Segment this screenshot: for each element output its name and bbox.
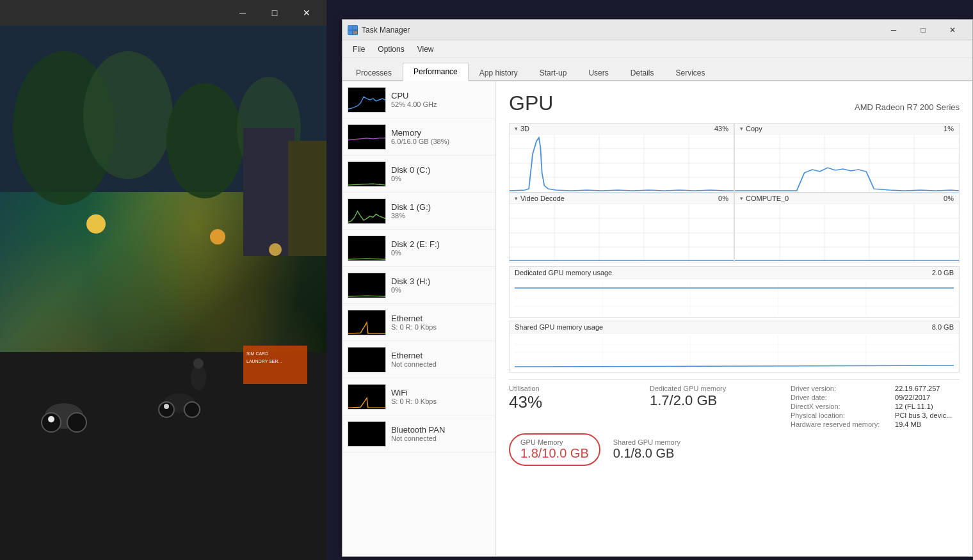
wifi-info: WiFi S: 0 R: 0 Kbps [391, 388, 490, 405]
menu-file[interactable]: File [348, 44, 370, 55]
svg-point-13 [67, 413, 86, 432]
tab-app-history[interactable]: App history [469, 64, 529, 81]
disk2-info: Disk 2 (E: F:) 0% [391, 239, 490, 257]
chart-compute0-label: ▾ COMPUTE_0 [740, 195, 789, 202]
cpu-name: CPU [391, 91, 490, 100]
chart-copy-pct: 1% [944, 125, 954, 132]
tm-minimize-button[interactable]: ─ [879, 20, 908, 40]
disk2-detail: 0% [391, 249, 490, 257]
svg-rect-6 [288, 141, 326, 256]
bluetooth-detail: Not connected [391, 435, 490, 442]
hw-reserved-label: Hardware reserved memory: [791, 420, 887, 428]
driver-date-label: Driver date: [791, 394, 887, 401]
chart-video-decode-header: ▾ Video Decode 0% [510, 193, 734, 204]
shared-memory-section: Shared GPU memory usage 8.0 GB [509, 321, 960, 372]
photo-window: ─ □ ✕ SIM CARD LAUNDRY SER... [0, 0, 326, 560]
chart-compute0-body [735, 204, 959, 262]
shared-memory-bar-area [510, 333, 959, 372]
tm-close-button[interactable]: ✕ [938, 20, 967, 40]
sidebar-item-disk2[interactable]: Disk 2 (E: F:) 0% [342, 230, 495, 267]
stats-footer: Utilisation 43% Dedicated GPU memory 1.7… [509, 379, 960, 428]
stat-utilisation: Utilisation 43% [509, 385, 650, 428]
svg-text:SIM CARD: SIM CARD [246, 351, 268, 356]
shared-memory-label: Shared GPU memory usage [515, 323, 603, 331]
physical-location-value: PCI bus 3, devic... [895, 412, 960, 419]
chevron-compute: ▾ [740, 195, 743, 202]
svg-rect-24 [348, 26, 352, 29]
chevron-3d: ▾ [515, 125, 518, 132]
sidebar-item-memory[interactable]: Memory 6.0/16.0 GB (38%) [342, 118, 495, 156]
svg-point-17 [48, 416, 54, 422]
tab-details[interactable]: Details [620, 64, 665, 81]
tabs-bar: Processes Performance App history Start-… [342, 58, 972, 81]
sidebar-item-bluetooth[interactable]: Bluetooth PAN Not connected [342, 415, 495, 452]
hw-reserved-value: 19.4 MB [895, 420, 960, 428]
photo-close-button[interactable]: ✕ [292, 3, 321, 23]
disk0-info: Disk 0 (C:) 0% [391, 165, 490, 182]
tab-performance[interactable]: Performance [403, 63, 469, 81]
sidebar-item-ethernet[interactable]: Ethernet S: 0 R: 0 Kbps [342, 304, 495, 341]
menu-options[interactable]: Options [373, 44, 409, 55]
tm-maximize-button[interactable]: □ [908, 20, 938, 40]
photo-minimize-button[interactable]: ─ [228, 3, 257, 23]
resource-sidebar: CPU 52% 4.00 GHz Memory 6.0/16.0 GB (38%… [342, 81, 496, 556]
svg-text:LAUNDRY SER...: LAUNDRY SER... [246, 359, 282, 364]
ethernet2-mini-graph [348, 347, 386, 372]
chart-3d-body [510, 134, 734, 192]
photo-maximize-button[interactable]: □ [260, 3, 289, 23]
chart-3d-pct: 43% [714, 125, 728, 132]
disk1-info: Disk 1 (G:) 38% [391, 202, 490, 220]
driver-version-value: 22.19.677.257 [895, 385, 960, 392]
menu-view[interactable]: View [412, 44, 439, 55]
disk2-mini-graph [348, 236, 386, 261]
dedicated-memory-bar-area [510, 279, 959, 317]
stat-driver-info: Driver version: 22.19.677.257 Driver dat… [791, 385, 960, 428]
tab-services[interactable]: Services [664, 64, 716, 81]
gpu-charts-grid: ▾ 3D 43% [509, 123, 960, 262]
svg-rect-26 [348, 31, 352, 35]
directx-value: 12 (FL 11.1) [895, 403, 960, 410]
sidebar-item-disk1[interactable]: Disk 1 (G:) 38% [342, 193, 495, 230]
svg-point-3 [166, 83, 243, 198]
window-title: Task Manager [362, 26, 879, 35]
chart-copy-label: ▾ Copy [740, 125, 762, 132]
dedicated-mem-value: 1.7/2.0 GB [650, 392, 791, 409]
svg-rect-5 [243, 128, 294, 256]
svg-rect-25 [353, 26, 357, 29]
shared-memory-header: Shared GPU memory usage 8.0 GB [510, 321, 959, 333]
sidebar-item-disk0[interactable]: Disk 0 (C:) 0% [342, 156, 495, 193]
memory-name: Memory [391, 128, 490, 138]
chart-video-decode: ▾ Video Decode 0% [509, 193, 734, 262]
gpu-memory-label: GPU Memory [520, 438, 589, 446]
shared-mem-stat-value: 0.1/8.0 GB [613, 446, 680, 461]
disk3-info: Disk 3 (H:) 0% [391, 276, 490, 294]
ethernet-name: Ethernet [391, 314, 490, 323]
cpu-info: CPU 52% 4.00 GHz [391, 91, 490, 108]
gpu-model: AMD Radeon R7 200 Series [855, 102, 960, 112]
sidebar-item-wifi[interactable]: WiFi S: 0 R: 0 Kbps [342, 378, 495, 415]
gpu-memory-row: GPU Memory 1.8/10.0 GB Shared GPU memory… [509, 433, 960, 466]
directx-label: DirectX version: [791, 403, 887, 410]
sidebar-item-disk3[interactable]: Disk 3 (H:) 0% [342, 267, 495, 304]
chart-3d-label: ▾ 3D [515, 125, 529, 132]
dedicated-memory-section: Dedicated GPU memory usage 2.0 GB [509, 266, 960, 318]
tab-startup[interactable]: Start-up [529, 64, 578, 81]
tab-processes[interactable]: Processes [345, 64, 403, 81]
ethernet-info: Ethernet S: 0 R: 0 Kbps [391, 314, 490, 331]
dedicated-mem-label: Dedicated GPU memory [650, 385, 791, 392]
chart-copy-body [735, 134, 959, 192]
memory-info: Memory 6.0/16.0 GB (38%) [391, 128, 490, 145]
sidebar-item-cpu[interactable]: CPU 52% 4.00 GHz [342, 81, 495, 118]
utilisation-value: 43% [509, 392, 650, 412]
gpu-memory-box: GPU Memory 1.8/10.0 GB [509, 433, 600, 466]
chart-video-decode-pct: 0% [718, 195, 728, 202]
disk1-name: Disk 1 (G:) [391, 202, 490, 212]
window-controls: ─ □ ✕ [879, 20, 967, 40]
chart-compute0: ▾ COMPUTE_0 0% [734, 193, 960, 262]
chart-copy-header: ▾ Copy 1% [735, 124, 959, 134]
bluetooth-name: Bluetooth PAN [391, 425, 490, 435]
sidebar-item-ethernet2[interactable]: Ethernet Not connected [342, 341, 495, 378]
wifi-name: WiFi [391, 388, 490, 397]
task-manager-window: Task Manager ─ □ ✕ File Options View Pro… [342, 19, 973, 557]
tab-users[interactable]: Users [577, 64, 619, 81]
